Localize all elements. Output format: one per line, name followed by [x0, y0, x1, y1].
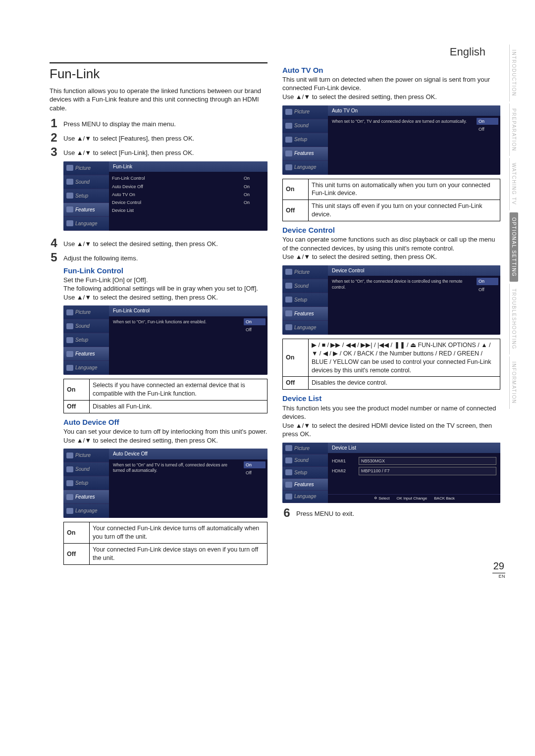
- side-tabs: INTRODUCTION PREPARATION WATCHING TV OPT…: [509, 45, 519, 409]
- heading-auto-tv-on: Auto TV On: [282, 65, 500, 75]
- side-tab-information[interactable]: INFORMATION: [509, 356, 519, 409]
- intro-text: This function allows you to operate the …: [50, 87, 268, 113]
- step-number: 6: [282, 507, 291, 519]
- screenshot-auto-device-off: Picture Sound Setup Features Language Au…: [63, 449, 268, 518]
- screenshot-auto-tv-on: Picture Sound Setup Features Language Au…: [282, 105, 500, 175]
- dl-text: This function lets you see the product m…: [282, 404, 500, 421]
- table-fun-link-control: OnSelects if you have connected an exter…: [63, 379, 268, 413]
- step-number: 5: [50, 252, 58, 263]
- flc-text: The following additional settings will b…: [63, 284, 268, 293]
- table-device-control: On▶ / ■ / ▶▶ / ◀◀ / ▶▶| / |◀◀ / ❚❚ / ⏏ F…: [282, 339, 500, 390]
- screenshot-fun-link-control: Picture Sound Setup Features Language Fu…: [63, 305, 268, 375]
- side-tab-introduction[interactable]: INTRODUCTION: [509, 45, 519, 101]
- screenshot-device-list: Picture Sound Setup Features Language De…: [282, 443, 500, 503]
- table-auto-tv-on: OnThis unit turns on automatically when …: [282, 179, 500, 222]
- heading-auto-device-off: Auto Device Off: [63, 417, 268, 427]
- side-tab-optional-setting[interactable]: OPTIONAL SETTING: [509, 212, 519, 282]
- dc-text: You can operate some functions such as d…: [282, 235, 500, 252]
- screenshot-fun-link: Picture Sound Setup Features Language Fu…: [63, 161, 268, 231]
- left-column: Fun-Link This function allows you to ope…: [50, 62, 268, 571]
- right-column: Auto TV On This unit will turn on detect…: [282, 62, 500, 571]
- screenshot-device-control: Picture Sound Setup Features Language De…: [282, 265, 500, 335]
- flc-text: Use ▲/▼ to select the desired setting, t…: [63, 293, 268, 302]
- step-number: 3: [50, 146, 58, 158]
- step-number: 4: [50, 237, 58, 249]
- side-tab-troubleshooting[interactable]: TROUBLESHOOTING: [509, 284, 519, 354]
- dl-text: Use ▲/▼ to select the desired HDMI devic…: [282, 421, 500, 439]
- step-number: 1: [50, 117, 58, 129]
- language-label: English: [50, 45, 500, 59]
- dc-text: Use ▲/▼ to select the desired setting, t…: [282, 252, 500, 261]
- step-6: Press MENU to exit.: [296, 507, 500, 518]
- side-tab-watching-tv[interactable]: WATCHING TV: [509, 158, 519, 210]
- section-title: Fun-Link: [50, 62, 268, 83]
- atv-text: Use ▲/▼ to select the desired setting, t…: [282, 93, 500, 101]
- heading-device-control: Device Control: [282, 225, 500, 235]
- step-2: Use ▲/▼ to select [Features], then press…: [63, 132, 268, 143]
- flc-text: Set the Fun-Link [On] or [Off].: [63, 276, 268, 285]
- atv-text: This unit will turn on detected when the…: [282, 75, 500, 93]
- step-3: Use ▲/▼ to select [Fun-Link], then press…: [63, 146, 268, 235]
- step-5: Adjust the following items. Fun-Link Con…: [63, 252, 268, 569]
- page-number: 29 EN: [492, 559, 505, 579]
- heading-fun-link-control: Fun-Link Control: [63, 266, 268, 276]
- ado-text: You can set your device to turn off by i…: [63, 427, 268, 436]
- heading-device-list: Device List: [282, 394, 500, 403]
- step-4: Use ▲/▼ to select the desired setting, t…: [63, 237, 268, 249]
- ado-text: Use ▲/▼ to select the desired setting, t…: [63, 436, 268, 445]
- step-number: 2: [50, 132, 58, 144]
- table-auto-device-off: OnYour connected Fun-Link device turns o…: [63, 522, 268, 565]
- side-tab-preparation[interactable]: PREPARATION: [509, 103, 519, 156]
- step-1: Press MENU to display the main menu.: [63, 117, 268, 129]
